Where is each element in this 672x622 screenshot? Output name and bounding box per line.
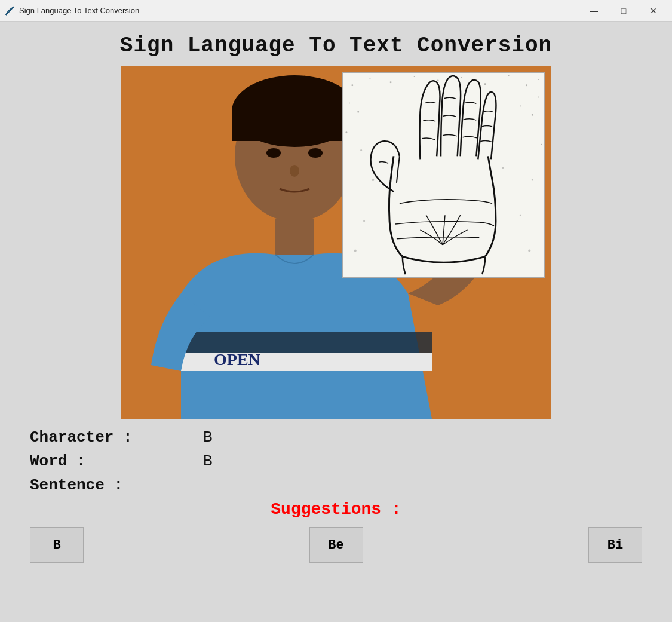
svg-point-19 <box>508 75 509 76</box>
info-section: Character : B Word : B Sentence : <box>18 428 654 494</box>
svg-point-26 <box>538 97 539 98</box>
svg-point-24 <box>520 105 521 106</box>
svg-point-36 <box>360 149 362 151</box>
character-value: B <box>203 428 213 446</box>
svg-point-15 <box>413 76 415 77</box>
close-button[interactable]: ✕ <box>640 1 667 20</box>
svg-point-16 <box>437 79 438 81</box>
svg-point-30 <box>501 167 504 169</box>
maximize-button[interactable]: □ <box>610 1 637 20</box>
titlebar: Sign Language To Text Conversion — □ ✕ <box>0 0 672 22</box>
suggestion-button-2[interactable]: Bi <box>588 527 642 563</box>
svg-point-22 <box>348 102 349 103</box>
character-row: Character : B <box>30 428 642 446</box>
word-value: B <box>203 452 213 470</box>
sentence-row: Sentence : <box>30 476 642 494</box>
word-row: Word : B <box>30 452 642 470</box>
svg-point-4 <box>266 148 281 158</box>
main-content: Sign Language To Text Conversion <box>0 22 672 622</box>
svg-rect-3 <box>232 111 357 141</box>
svg-point-25 <box>531 114 533 116</box>
svg-point-34 <box>528 250 530 252</box>
svg-point-13 <box>369 78 370 79</box>
hand-overlay <box>342 72 545 278</box>
svg-point-23 <box>357 111 359 113</box>
suggestions-row: B Be Bi <box>18 527 654 563</box>
window-controls: — □ ✕ <box>580 1 667 20</box>
svg-point-6 <box>290 165 299 177</box>
video-area: OPEN OPEN EN39 <box>121 66 551 419</box>
svg-point-5 <box>308 148 323 158</box>
svg-point-31 <box>363 220 365 222</box>
sentence-label: Sentence : <box>30 476 167 494</box>
suggestions-label: Suggestions : <box>18 500 654 519</box>
svg-rect-11 <box>343 73 544 277</box>
app-title: Sign Language To Text Conversion <box>18 33 654 58</box>
word-label: Word : <box>30 452 167 470</box>
svg-point-21 <box>538 79 539 80</box>
hand-drawing <box>343 73 544 277</box>
titlebar-left: Sign Language To Text Conversion <box>5 5 139 16</box>
svg-point-17 <box>461 77 462 78</box>
svg-point-28 <box>541 144 542 145</box>
suggestion-button-1[interactable]: Be <box>309 527 363 563</box>
svg-point-35 <box>531 179 533 180</box>
camera-feed: OPEN OPEN EN39 <box>121 66 551 419</box>
svg-point-20 <box>525 84 527 86</box>
svg-point-27 <box>345 131 347 133</box>
svg-point-32 <box>519 215 521 216</box>
svg-point-29 <box>372 179 374 181</box>
minimize-button[interactable]: — <box>580 1 607 20</box>
svg-point-33 <box>354 250 356 252</box>
suggestion-button-0[interactable]: B <box>30 527 84 563</box>
svg-rect-7 <box>275 219 314 255</box>
svg-text:OPEN: OPEN <box>214 350 260 369</box>
character-label: Character : <box>30 428 167 446</box>
svg-point-18 <box>484 83 486 85</box>
app-icon <box>5 5 16 16</box>
svg-point-14 <box>389 81 391 83</box>
svg-point-12 <box>351 84 353 86</box>
titlebar-title: Sign Language To Text Conversion <box>19 6 139 15</box>
